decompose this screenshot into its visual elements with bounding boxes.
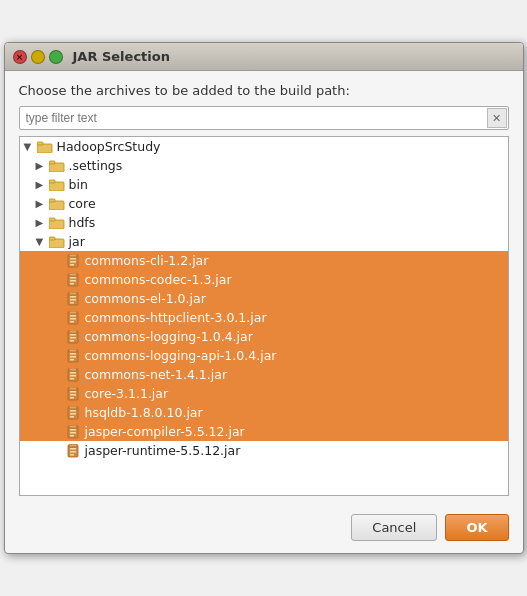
tree-item-jar-7[interactable]: core-3.1.1.jar <box>20 384 508 403</box>
window-controls: × <box>13 50 63 64</box>
spacer <box>52 293 64 304</box>
search-bar: ✕ <box>19 106 509 130</box>
tree-item-jar-2[interactable]: commons-el-1.0.jar <box>20 289 508 308</box>
clear-icon: ✕ <box>492 112 501 125</box>
tree-root-node[interactable]: ▼ HadoopSrcStudy <box>20 137 508 156</box>
spacer <box>52 426 64 437</box>
svg-rect-3 <box>49 161 55 164</box>
jar-label-2: commons-el-1.0.jar <box>85 291 206 306</box>
svg-rect-58 <box>69 425 77 428</box>
svg-rect-9 <box>49 218 55 221</box>
svg-rect-7 <box>49 199 55 202</box>
jar-folder-label: jar <box>69 234 85 249</box>
spacer <box>52 274 64 285</box>
expand-arrow: ▶ <box>36 179 48 190</box>
bin-label: bin <box>69 177 88 192</box>
expand-arrow: ▶ <box>36 217 48 228</box>
svg-rect-55 <box>70 413 76 415</box>
svg-rect-21 <box>70 283 74 285</box>
expand-arrow: ▼ <box>24 141 36 152</box>
jar-file-icon <box>64 444 82 458</box>
svg-rect-35 <box>70 337 76 339</box>
svg-rect-15 <box>70 261 76 263</box>
svg-rect-5 <box>49 180 55 183</box>
spacer <box>52 255 64 266</box>
svg-rect-49 <box>70 391 76 393</box>
jar-label-7: core-3.1.1.jar <box>85 386 169 401</box>
jar-file-icon <box>64 406 82 420</box>
tree-item-jar-1[interactable]: commons-codec-1.3.jar <box>20 270 508 289</box>
svg-rect-18 <box>69 273 77 276</box>
svg-rect-46 <box>70 378 74 380</box>
svg-rect-66 <box>70 454 74 456</box>
maximize-button[interactable] <box>49 50 63 64</box>
svg-rect-54 <box>70 410 76 412</box>
svg-rect-63 <box>69 444 77 447</box>
svg-rect-65 <box>70 451 76 453</box>
search-input[interactable] <box>20 107 486 129</box>
svg-rect-64 <box>70 448 76 450</box>
jar-label-8: hsqldb-1.8.0.10.jar <box>85 405 203 420</box>
svg-rect-11 <box>49 237 55 240</box>
folder-icon <box>48 197 66 211</box>
tree-item-jar-3[interactable]: commons-httpclient-3.0.1.jar <box>20 308 508 327</box>
jar-file-icon <box>64 273 82 287</box>
tree-item-hdfs[interactable]: ▶ hdfs <box>20 213 508 232</box>
svg-rect-36 <box>70 340 74 342</box>
tree-item-settings[interactable]: ▶ .settings <box>20 156 508 175</box>
svg-rect-24 <box>70 296 76 298</box>
root-label: HadoopSrcStudy <box>57 139 161 154</box>
svg-rect-44 <box>70 372 76 374</box>
jar-file-icon <box>64 368 82 382</box>
folder-icon <box>48 216 66 230</box>
svg-rect-61 <box>70 435 74 437</box>
jar-file-icon <box>64 311 82 325</box>
tree-item-jar-folder[interactable]: ▼ jar <box>20 232 508 251</box>
svg-rect-50 <box>70 394 76 396</box>
svg-rect-56 <box>70 416 74 418</box>
tree-item-bin[interactable]: ▶ bin <box>20 175 508 194</box>
jar-selection-dialog: × JAR Selection Choose the archives to b… <box>4 42 524 554</box>
tree-container[interactable]: ▼ HadoopSrcStudy ▶ .se <box>19 136 509 496</box>
svg-rect-38 <box>69 349 77 352</box>
tree-item-jar-9[interactable]: jasper-compiler-5.5.12.jar <box>20 422 508 441</box>
tree-item-jar-5[interactable]: commons-logging-api-1.0.4.jar <box>20 346 508 365</box>
expand-arrow: ▶ <box>36 160 48 171</box>
cancel-button[interactable]: Cancel <box>351 514 437 541</box>
svg-rect-48 <box>69 387 77 390</box>
tree-item-jar-6[interactable]: commons-net-1.4.1.jar <box>20 365 508 384</box>
svg-rect-33 <box>69 330 77 333</box>
svg-rect-13 <box>69 254 77 257</box>
jar-file-icon <box>64 387 82 401</box>
svg-rect-14 <box>70 258 76 260</box>
svg-rect-23 <box>69 292 77 295</box>
close-button[interactable]: × <box>13 50 27 64</box>
spacer <box>52 350 64 361</box>
tree-item-core[interactable]: ▶ core <box>20 194 508 213</box>
titlebar: × JAR Selection <box>5 43 523 71</box>
expand-arrow: ▼ <box>36 236 48 247</box>
jar-label-5: commons-logging-api-1.0.4.jar <box>85 348 277 363</box>
minimize-button[interactable] <box>31 50 45 64</box>
tree-item-jar-4[interactable]: commons-logging-1.0.4.jar <box>20 327 508 346</box>
tree-item-jar-0[interactable]: commons-cli-1.2.jar <box>20 251 508 270</box>
dialog-footer: Cancel OK <box>5 504 523 553</box>
tree-item-jar-8[interactable]: hsqldb-1.8.0.10.jar <box>20 403 508 422</box>
dialog-body: Choose the archives to be added to the b… <box>5 71 523 504</box>
svg-rect-16 <box>70 264 74 266</box>
ok-button[interactable]: OK <box>445 514 508 541</box>
jar-label-1: commons-codec-1.3.jar <box>85 272 232 287</box>
tree-item-jar-10[interactable]: jasper-runtime-5.5.12.jar <box>20 441 508 460</box>
svg-rect-53 <box>69 406 77 409</box>
settings-label: .settings <box>69 158 123 173</box>
jar-file-icon <box>64 349 82 363</box>
search-clear-button[interactable]: ✕ <box>487 108 507 128</box>
dialog-title: JAR Selection <box>73 49 170 64</box>
svg-rect-1 <box>37 142 43 145</box>
close-icon: × <box>16 52 24 62</box>
instruction-text: Choose the archives to be added to the b… <box>19 83 509 98</box>
jar-file-icon <box>64 292 82 306</box>
svg-rect-45 <box>70 375 76 377</box>
core-label: core <box>69 196 96 211</box>
jar-file-icon <box>64 425 82 439</box>
